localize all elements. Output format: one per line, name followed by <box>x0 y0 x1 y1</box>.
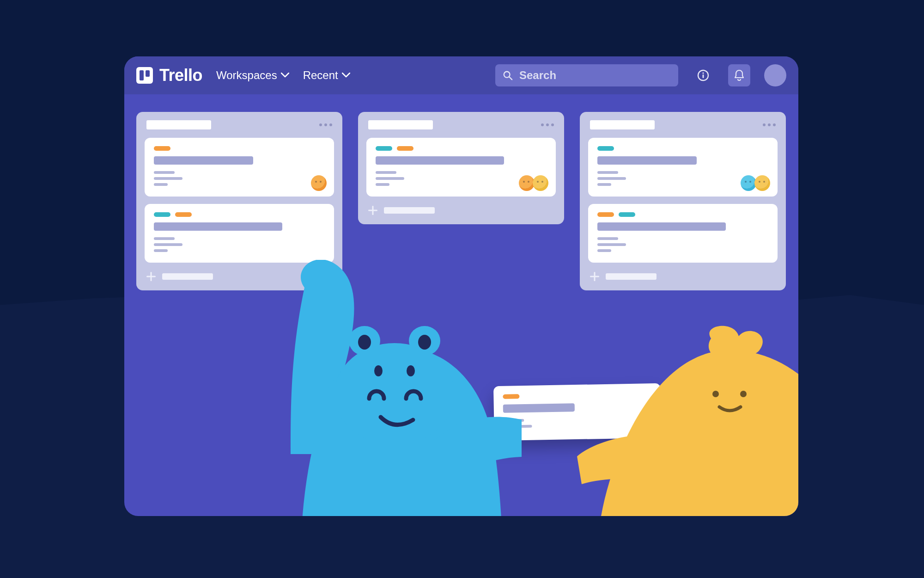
svg-point-3 <box>702 72 704 74</box>
card[interactable] <box>588 138 778 197</box>
info-button[interactable] <box>692 64 714 86</box>
svg-point-11 <box>407 365 415 376</box>
card-meta <box>154 237 325 252</box>
card-title <box>376 156 504 165</box>
member-avatar[interactable] <box>533 175 548 191</box>
card-members <box>742 175 770 191</box>
svg-rect-4 <box>703 74 704 78</box>
nav-recent-label: Recent <box>303 69 338 82</box>
card[interactable] <box>145 204 334 263</box>
member-avatar[interactable] <box>754 175 770 191</box>
list-menu-button[interactable] <box>319 123 332 126</box>
card-title <box>154 156 253 165</box>
info-icon <box>697 69 710 82</box>
list-header <box>588 120 778 130</box>
add-card-button[interactable] <box>366 204 556 215</box>
list-menu-button[interactable] <box>541 123 554 126</box>
label-orange[interactable] <box>397 146 413 151</box>
nav-recent[interactable]: Recent <box>303 69 350 82</box>
svg-point-7 <box>334 343 455 445</box>
add-card-label <box>606 273 657 280</box>
svg-point-9 <box>418 335 431 350</box>
logo-text: Trello <box>159 66 202 85</box>
add-card-label <box>162 273 213 280</box>
card-meta <box>597 237 768 252</box>
list-title[interactable] <box>590 120 655 129</box>
card[interactable] <box>145 138 334 197</box>
svg-point-12 <box>712 391 719 397</box>
plus-icon <box>368 206 377 215</box>
chevron-down-icon <box>342 73 350 78</box>
label-teal[interactable] <box>154 212 170 217</box>
notifications-button[interactable] <box>728 64 750 86</box>
card-labels <box>154 146 325 151</box>
card-labels <box>154 212 325 217</box>
card-labels <box>597 212 768 217</box>
label-orange[interactable] <box>154 146 170 151</box>
logo-icon <box>136 67 153 84</box>
card-title <box>597 156 697 165</box>
nav-workspaces[interactable]: Workspaces <box>216 69 289 82</box>
svg-line-1 <box>509 77 512 80</box>
plus-icon <box>590 272 599 281</box>
member-avatar[interactable] <box>741 175 756 191</box>
character-hippo <box>263 260 522 516</box>
label-orange[interactable] <box>597 212 614 217</box>
card[interactable] <box>588 204 778 263</box>
list <box>358 112 564 224</box>
member-avatar[interactable] <box>519 175 535 191</box>
card-meta <box>154 171 325 186</box>
list-header <box>366 120 556 130</box>
nav: Workspaces Recent <box>216 69 350 82</box>
card-members <box>521 175 548 191</box>
label-teal[interactable] <box>619 212 635 217</box>
search-icon <box>503 70 513 80</box>
character-blob <box>577 325 798 516</box>
svg-point-13 <box>740 391 747 397</box>
label-teal[interactable] <box>376 146 392 151</box>
search-placeholder: Search <box>519 69 556 82</box>
bell-icon <box>734 69 745 81</box>
add-card-button[interactable] <box>588 270 778 281</box>
user-avatar[interactable] <box>764 64 786 86</box>
top-bar: Trello Workspaces Recent Search <box>124 56 798 94</box>
card-title <box>154 222 282 231</box>
search-input[interactable]: Search <box>495 64 678 86</box>
member-avatar[interactable] <box>311 175 327 191</box>
card[interactable] <box>366 138 556 197</box>
list-header <box>145 120 334 130</box>
list-title[interactable] <box>368 120 433 129</box>
logo[interactable]: Trello <box>136 66 202 85</box>
svg-point-10 <box>374 365 383 376</box>
list <box>580 112 786 290</box>
card-labels <box>376 146 547 151</box>
app-window: Trello Workspaces Recent Search <box>124 56 798 516</box>
card-labels <box>597 146 768 151</box>
svg-point-8 <box>358 335 371 350</box>
card-title <box>597 222 726 231</box>
label-teal[interactable] <box>597 146 614 151</box>
chevron-down-icon <box>281 73 289 78</box>
list-title[interactable] <box>146 120 211 129</box>
list-menu-button[interactable] <box>763 123 776 126</box>
card-members <box>313 175 327 191</box>
label-orange[interactable] <box>175 212 192 217</box>
add-card-label <box>384 207 435 214</box>
nav-workspaces-label: Workspaces <box>216 69 277 82</box>
plus-icon <box>146 272 156 281</box>
